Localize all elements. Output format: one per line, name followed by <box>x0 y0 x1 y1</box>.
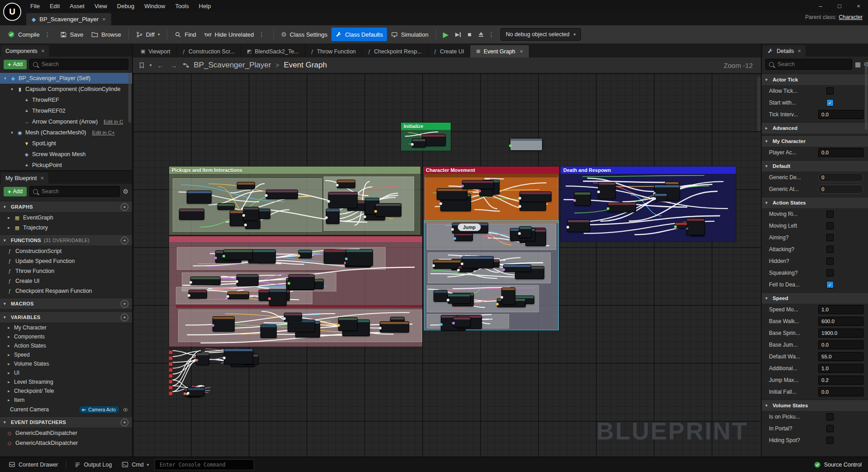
graphs-section-header[interactable]: ▾ GRAPHS + <box>0 201 132 213</box>
graph-node[interactable] <box>288 274 315 289</box>
expand-caret-icon[interactable]: ▸ <box>6 225 11 230</box>
checkbox[interactable] <box>826 281 834 288</box>
expand-caret-icon[interactable]: ▸ <box>6 362 11 366</box>
function-list-item[interactable]: Throw Function <box>0 266 132 276</box>
graph-node[interactable] <box>462 180 494 189</box>
graph-node[interactable] <box>328 192 358 208</box>
tab-details[interactable]: Details × <box>763 45 806 57</box>
class-settings-button[interactable]: ⚙ Class Settings <box>277 28 332 41</box>
graph-node[interactable] <box>212 316 235 332</box>
graph-node[interactable] <box>284 313 302 322</box>
checkbox[interactable] <box>826 246 834 253</box>
graph-tab[interactable]: ƒ Throw Function × <box>305 45 362 57</box>
graph-pin[interactable] <box>169 380 173 384</box>
asset-tab[interactable]: ◆ BP_Scavenger_Player × <box>26 13 111 25</box>
graph-tab[interactable]: ƒ Create UI × <box>428 45 471 57</box>
scrollbar[interactable] <box>757 77 760 131</box>
graph-node[interactable] <box>462 256 494 268</box>
details-section-header[interactable]: ▾ Action States <box>762 197 868 208</box>
details-section-header[interactable]: ▾ Actor Tick <box>762 74 868 85</box>
details-section-header[interactable]: ▸ Advanced <box>762 122 868 133</box>
simulation-button[interactable]: Simulation <box>387 28 433 41</box>
expand-caret-icon[interactable]: ▾ <box>9 87 14 91</box>
component-tree-item[interactable]: ▾ Mesh (CharacterMesh0) Edit in C+ <box>0 127 132 138</box>
expand-caret-icon[interactable]: ▸ <box>6 389 11 393</box>
close-icon[interactable]: × <box>520 48 523 55</box>
variable-category[interactable]: ▸ Volume States <box>0 359 132 368</box>
expand-caret-icon[interactable]: ▸ <box>6 334 11 339</box>
value-field[interactable]: 1900.0 <box>818 329 863 338</box>
expand-caret-icon[interactable]: ▾ <box>3 76 8 81</box>
forward-arrow-icon[interactable]: → <box>170 62 178 69</box>
hide-unrelated-button[interactable]: Hide Unrelated ⋮ <box>200 28 270 41</box>
graph-pin[interactable] <box>169 362 173 366</box>
checkbox[interactable] <box>826 222 834 229</box>
graph-node[interactable] <box>519 226 532 238</box>
debug-object-select[interactable]: No debug object selected ▾ <box>500 28 581 41</box>
edit-in-cpp-link[interactable]: Edit in C+ <box>92 130 115 135</box>
graph-tab[interactable]: ◩ BlendSack2_Te... × <box>241 45 305 57</box>
checkbox[interactable] <box>826 413 834 420</box>
value-field[interactable]: 0.0 <box>818 340 863 349</box>
value-field[interactable]: 1.0 <box>818 305 863 314</box>
graph-node[interactable] <box>237 182 255 189</box>
diff-button[interactable]: Diff ▾ <box>132 28 164 41</box>
checkbox[interactable] <box>826 257 834 265</box>
chevron-down-icon[interactable]: ▾ <box>150 63 152 67</box>
console-command-input[interactable] <box>159 461 250 468</box>
tab-components[interactable]: Components × <box>1 45 49 57</box>
output-log-button[interactable]: Output Log <box>70 461 116 468</box>
compile-options-icon[interactable]: ⋮ <box>43 31 52 38</box>
component-tree-item[interactable]: ▾ BP_Scavenger_Player (Self) <box>0 73 132 84</box>
graph-node[interactable] <box>608 202 637 212</box>
graph-node[interactable] <box>196 353 209 366</box>
checkbox[interactable] <box>826 87 834 95</box>
component-tree-item[interactable]: ThrowREF02 <box>0 105 132 116</box>
add-macro-icon[interactable]: + <box>121 300 128 308</box>
scrollbar[interactable] <box>128 73 131 123</box>
function-list-item[interactable]: Create UI <box>0 276 132 286</box>
graph-pin[interactable] <box>169 386 173 390</box>
components-search-input[interactable] <box>41 61 125 68</box>
close-icon[interactable]: × <box>797 48 801 54</box>
graph-tab[interactable]: ƒ Construction Scr... × <box>177 45 241 57</box>
back-arrow-icon[interactable]: ← <box>156 62 165 69</box>
graph-node[interactable] <box>437 188 467 200</box>
graph-node[interactable] <box>223 249 253 260</box>
value-field[interactable]: 1.0 <box>818 364 863 373</box>
graph-tab[interactable]: ⊞ Event Graph × <box>470 45 529 57</box>
function-list-item[interactable]: Update Speed Function <box>0 256 132 266</box>
variable-category[interactable]: ▸ UI <box>0 368 132 377</box>
unreal-logo[interactable]: U <box>3 3 21 21</box>
component-tree-item[interactable]: Screw Weapon Mesh <box>0 149 132 160</box>
expand-caret-icon[interactable]: ▸ <box>6 343 11 348</box>
graph-node[interactable] <box>298 250 312 258</box>
component-tree-item[interactable]: PickupPoint <box>0 160 132 170</box>
graph-node[interactable] <box>380 321 409 333</box>
value-field[interactable]: 0 <box>818 185 863 194</box>
expand-caret-icon[interactable]: ▸ <box>6 398 11 402</box>
component-tree-item[interactable]: ThrowREF <box>0 95 132 105</box>
graph-node[interactable] <box>236 274 259 286</box>
graph-node[interactable] <box>448 294 471 303</box>
graph-node[interactable] <box>224 348 253 364</box>
class-defaults-button[interactable]: Class Defaults <box>331 28 387 41</box>
graph-node[interactable] <box>338 317 358 331</box>
graph-list-item[interactable]: ▸ EventGraph <box>0 213 132 223</box>
eye-icon[interactable] <box>123 407 128 413</box>
menu-item[interactable]: View <box>90 0 112 12</box>
macros-section-header[interactable]: ▾ MACROS + <box>0 298 132 310</box>
display-options-icon[interactable]: ▦ <box>855 61 861 68</box>
breadcrumb-page[interactable]: Event Graph <box>284 61 327 70</box>
value-field[interactable]: 0.2 <box>818 376 863 385</box>
graph-node[interactable] <box>190 277 221 285</box>
variable-category[interactable]: ▸ My Character <box>0 323 132 332</box>
play-button[interactable]: ▶ <box>439 30 452 39</box>
menu-item[interactable]: File <box>25 0 45 12</box>
event-dispatcher-item[interactable]: GenericDeathDispatcher <box>0 428 132 438</box>
add-graph-icon[interactable]: + <box>121 203 128 211</box>
find-button[interactable]: Find <box>170 28 200 41</box>
graph-node[interactable] <box>266 190 298 199</box>
graph-node[interactable] <box>337 180 356 188</box>
graph-node[interactable] <box>503 264 531 272</box>
